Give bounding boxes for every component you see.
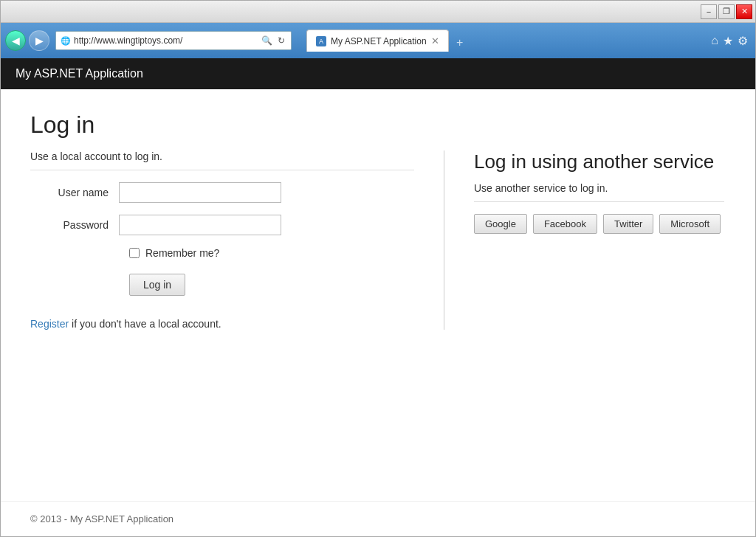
new-tab-button[interactable]: + xyxy=(449,34,471,52)
tab-close-icon[interactable]: ✕ xyxy=(431,35,439,46)
forward-icon: ▶ xyxy=(35,35,44,46)
username-group: User name xyxy=(30,182,414,203)
social-login-section: Log in using another service Use another… xyxy=(444,150,724,330)
local-account-subtitle: Use a local account to log in. xyxy=(30,150,414,170)
restore-button[interactable]: ❐ xyxy=(718,4,735,19)
register-link[interactable]: Register xyxy=(30,318,69,330)
footer-text: © 2013 - My ASP.NET Application xyxy=(30,513,173,524)
favorites-button[interactable]: ★ xyxy=(723,34,733,48)
social-heading: Log in using another service xyxy=(474,150,724,173)
page-content: Log in Use a local account to log in. Us… xyxy=(1,89,755,501)
tab-favicon: A xyxy=(316,36,326,46)
app-title: My ASP.NET Application xyxy=(16,67,143,80)
microsoft-button[interactable]: Microsoft xyxy=(659,214,721,234)
social-subtitle: Use another service to log in. xyxy=(474,182,724,202)
refresh-icon[interactable]: ↻ xyxy=(276,35,286,46)
password-input[interactable] xyxy=(119,215,281,235)
local-login-section: Use a local account to log in. User name… xyxy=(30,150,414,330)
google-button[interactable]: Google xyxy=(474,214,527,234)
password-group: Password xyxy=(30,215,414,235)
page-icon: 🌐 xyxy=(61,36,71,46)
social-buttons-container: Google Facebook Twitter Microsoft xyxy=(474,214,724,234)
settings-button[interactable]: ⚙ xyxy=(738,34,748,48)
password-label: Password xyxy=(30,219,119,231)
url-text: http://www.wingtiptoys.com/ xyxy=(74,35,260,46)
remember-me-group: Remember me? xyxy=(129,247,414,259)
minimize-button[interactable]: − xyxy=(701,4,717,19)
forward-button[interactable]: ▶ xyxy=(29,30,49,51)
nav-right-buttons: ⌂ ★ ⚙ xyxy=(711,34,751,48)
page-footer: © 2013 - My ASP.NET Application xyxy=(1,501,755,536)
username-label: User name xyxy=(30,187,119,198)
register-suffix: if you don't have a local account. xyxy=(72,318,221,330)
address-actions: 🔍 ↻ xyxy=(260,35,286,46)
nav-bar: ◀ ▶ 🌐 http://www.wingtiptoys.com/ 🔍 ↻ A … xyxy=(1,23,755,58)
back-icon: ◀ xyxy=(12,35,20,46)
remember-me-checkbox[interactable] xyxy=(129,248,140,258)
login-button[interactable]: Log in xyxy=(129,274,185,296)
title-bar: − ❐ ✕ xyxy=(1,1,755,23)
active-tab[interactable]: A My ASP.NET Application ✕ xyxy=(306,30,449,52)
search-icon[interactable]: 🔍 xyxy=(260,35,274,46)
home-button[interactable]: ⌂ xyxy=(711,34,718,48)
username-input[interactable] xyxy=(119,182,281,203)
facebook-button[interactable]: Facebook xyxy=(533,214,597,234)
browser-window: − ❐ ✕ ◀ ▶ 🌐 http://www.wingtiptoys.com/ … xyxy=(0,0,756,537)
back-button[interactable]: ◀ xyxy=(5,30,26,51)
tab-label: My ASP.NET Application xyxy=(331,36,427,46)
tab-bar: A My ASP.NET Application ✕ + xyxy=(300,30,471,52)
app-header: My ASP.NET Application xyxy=(1,58,755,89)
register-section: Register if you don't have a local accou… xyxy=(30,318,414,330)
twitter-button[interactable]: Twitter xyxy=(603,214,653,234)
address-bar[interactable]: 🌐 http://www.wingtiptoys.com/ 🔍 ↻ xyxy=(55,31,292,50)
page-layout: Use a local account to log in. User name… xyxy=(30,150,726,330)
remember-me-label: Remember me? xyxy=(145,247,219,259)
window-controls: − ❐ ✕ xyxy=(701,4,752,19)
page-title: Log in xyxy=(30,111,726,139)
close-button[interactable]: ✕ xyxy=(736,4,752,19)
